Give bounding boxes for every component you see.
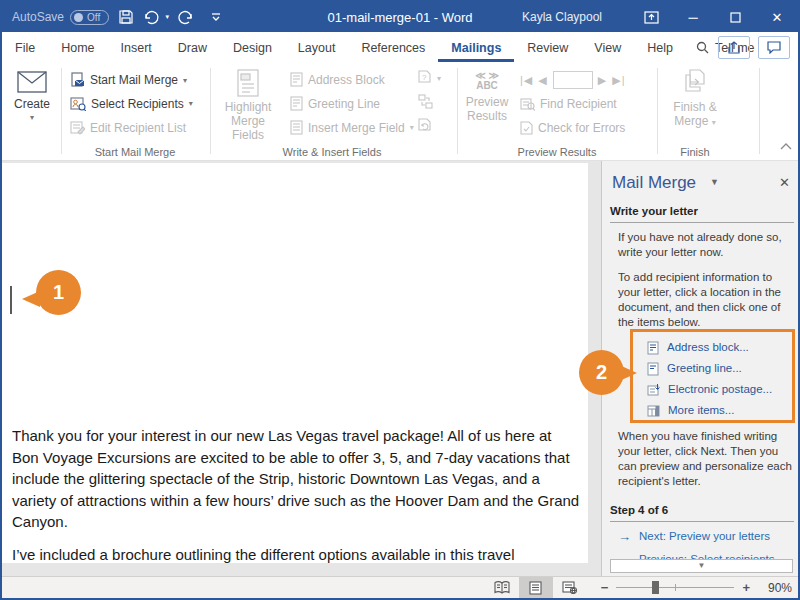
previous-record-icon[interactable]: ◀: [538, 74, 547, 87]
undo-icon[interactable]: ▾: [143, 4, 169, 30]
ribbon-display-options-icon[interactable]: [630, 2, 672, 32]
tab-view[interactable]: View: [581, 34, 634, 62]
tab-draw[interactable]: Draw: [165, 34, 220, 62]
check-for-errors-button: Check for Errors: [520, 121, 625, 135]
zoom-slider-center-tick: [675, 584, 676, 591]
tab-insert[interactable]: Insert: [108, 34, 165, 62]
first-record-icon[interactable]: |◀: [520, 74, 533, 87]
record-number-input[interactable]: [553, 71, 593, 89]
select-recipients-caret-icon: ▾: [189, 99, 193, 108]
tabrow-right-icons: [718, 36, 790, 59]
share-icon[interactable]: [718, 36, 750, 59]
write-insert-fields-group-label: Write & Insert Fields: [232, 146, 432, 158]
user-name[interactable]: Kayla Claypool: [522, 10, 602, 24]
document-body[interactable]: Thank you for your interest in our new L…: [12, 425, 582, 563]
record-navigator: |◀ ◀ ▶ ▶|: [520, 71, 626, 89]
title-bar: AutoSave Off ▾ 01-mail: [2, 2, 798, 32]
group-separator: [210, 68, 211, 154]
word-window: AutoSave Off ▾ 01-mail: [0, 0, 800, 600]
web-layout-button[interactable]: [553, 577, 587, 598]
electronic-postage-link-label: Electronic postage...: [668, 382, 772, 397]
create-button[interactable]: Create ▾: [10, 71, 54, 125]
callout-2-tail: [617, 364, 637, 382]
minimize-button[interactable]: ─: [672, 2, 714, 32]
tab-review[interactable]: Review: [514, 34, 581, 62]
next-step-link[interactable]: → Next: Preview your letters: [618, 529, 798, 544]
collapse-ribbon-icon[interactable]: [780, 143, 792, 150]
check-for-errors-label: Check for Errors: [538, 121, 625, 135]
highlight-merge-fields-button: Highlight Merge Fields: [216, 69, 280, 142]
document-page[interactable]: Thank you for your interest in our new L…: [2, 163, 588, 563]
pane-header: Mail Merge ▼ ✕: [612, 175, 790, 190]
tab-home[interactable]: Home: [48, 34, 107, 62]
pane-paragraph: When you have finished writing your lett…: [618, 429, 792, 489]
pane-title: Mail Merge: [612, 175, 696, 190]
pane-lower: When you have finished writing your lett…: [602, 429, 798, 575]
zoom-slider-thumb[interactable]: [652, 581, 659, 594]
finish-merge-label2: Merge: [674, 114, 708, 128]
find-recipient-button: Find Recipient: [520, 97, 617, 111]
finish-and-merge-icon: [682, 69, 708, 97]
zoom-slider[interactable]: [616, 587, 734, 588]
greeting-line-link-label: Greeting line...: [667, 361, 742, 376]
create-caret-icon: ▾: [30, 111, 34, 125]
finish-group-label: Finish: [662, 146, 728, 158]
last-record-icon[interactable]: ▶|: [612, 74, 625, 87]
pane-close-icon[interactable]: ✕: [779, 175, 790, 190]
zoom-out-button[interactable]: −: [601, 580, 609, 595]
next-record-icon[interactable]: ▶: [598, 74, 607, 87]
pane-paragraph: If you have not already done so, write y…: [618, 230, 792, 260]
preview-results-label1: Preview: [466, 95, 509, 109]
insert-merge-field-caret-icon: ▾: [410, 123, 414, 132]
start-mail-merge-caret-icon: ▾: [183, 76, 187, 85]
rules-button: ? ▾: [418, 70, 441, 86]
print-layout-button[interactable]: [519, 577, 553, 598]
pane-scroll-down[interactable]: ▼: [610, 559, 793, 573]
tab-file[interactable]: File: [2, 34, 48, 62]
undo-caret-icon: ▾: [165, 13, 169, 21]
select-recipients-icon: [70, 96, 86, 111]
step-heading: Step 4 of 6: [610, 503, 794, 518]
zoom-control: − +: [601, 580, 750, 595]
zoom-in-button[interactable]: +: [742, 580, 750, 595]
tab-design[interactable]: Design: [220, 34, 285, 62]
tab-mailings[interactable]: Mailings: [438, 34, 514, 62]
address-block-button: Address Block: [290, 72, 385, 87]
pane-options-caret-icon[interactable]: ▼: [710, 175, 719, 190]
document-paragraph[interactable]: Thank you for your interest in our new L…: [12, 425, 582, 533]
comments-icon[interactable]: [758, 36, 790, 59]
greeting-line-link[interactable]: Greeting line...: [647, 358, 792, 379]
status-bar: − + 90%: [2, 576, 798, 598]
print-layout-icon: [529, 581, 542, 595]
edit-recipient-list-label: Edit Recipient List: [90, 121, 186, 135]
redo-icon[interactable]: [173, 4, 199, 30]
start-mail-merge-group-label: Start Mail Merge: [68, 146, 202, 158]
find-recipient-label: Find Recipient: [540, 97, 617, 111]
section-divider: [610, 222, 794, 223]
tab-layout[interactable]: Layout: [285, 34, 349, 62]
insert-merge-field-icon: [290, 120, 303, 135]
address-block-link[interactable]: Address block...: [647, 337, 792, 358]
address-block-link-label: Address block...: [667, 340, 749, 355]
document-paragraph[interactable]: I’ve included a brochure outlining the d…: [12, 544, 582, 564]
maximize-button[interactable]: [714, 2, 756, 32]
more-items-link[interactable]: More items...: [647, 400, 792, 421]
envelope-icon: [17, 71, 47, 93]
zoom-level[interactable]: 90%: [758, 581, 792, 595]
select-recipients-button[interactable]: Select Recipients ▾: [70, 96, 193, 111]
callout-1: 1: [36, 270, 81, 315]
electronic-postage-link[interactable]: Electronic postage...: [647, 379, 792, 400]
read-mode-button[interactable]: [485, 577, 519, 598]
finish-merge-caret-icon: ▾: [712, 118, 716, 127]
start-mail-merge-button[interactable]: Start Mail Merge ▾: [70, 72, 187, 88]
start-mail-merge-label: Start Mail Merge: [90, 73, 178, 87]
highlight-merge-fields-icon: [236, 69, 260, 97]
text-cursor: [10, 286, 12, 314]
save-icon[interactable]: [113, 4, 139, 30]
tab-references[interactable]: References: [348, 34, 438, 62]
autosave-toggle[interactable]: Off: [70, 10, 109, 25]
close-button[interactable]: ✕: [756, 2, 798, 32]
tab-help[interactable]: Help: [634, 34, 686, 62]
find-recipient-icon: [520, 97, 535, 111]
quick-access-customize-icon[interactable]: [203, 4, 229, 30]
